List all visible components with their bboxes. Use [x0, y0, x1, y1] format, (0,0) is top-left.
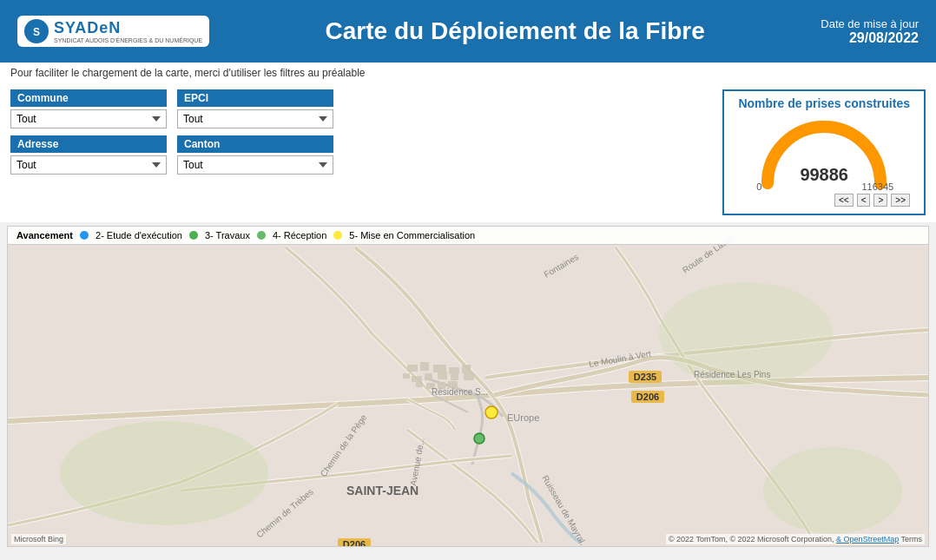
gauge-min: 0 — [756, 181, 761, 192]
svg-text:Résidence S...: Résidence S... — [432, 387, 488, 397]
svg-rect-10 — [462, 365, 471, 373]
svg-text:S: S — [33, 26, 40, 38]
filters-area: Commune Tout Adresse Tout EPCI Tout — [0, 84, 936, 222]
commune-filter: Commune Tout — [10, 89, 167, 128]
map-copyright: © 2022 TomTom, © 2022 Microsoft Corporat… — [666, 534, 925, 544]
svg-rect-15 — [451, 374, 458, 380]
map-svg: SAINT-JEAN LA COMMANDERIE D235 D206 D206… — [8, 227, 928, 546]
toolbar-info: Pour faciliter le chargement de la carte… — [0, 63, 936, 79]
adresse-select[interactable]: Tout — [10, 155, 167, 175]
logo-icon: S — [24, 19, 49, 43]
svg-point-5 — [763, 447, 902, 534]
gauge-title: Nombre de prises construites — [738, 96, 910, 110]
date-value: 29/08/2022 — [849, 30, 919, 46]
svg-rect-12 — [412, 376, 422, 382]
svg-point-27 — [485, 406, 498, 418]
legend-label: Avancement — [16, 230, 73, 240]
microsoft-bing: Microsoft Bing — [11, 534, 66, 544]
svg-rect-16 — [464, 372, 474, 380]
epci-select[interactable]: Tout — [177, 109, 333, 128]
svg-text:Résidence Les Pins: Résidence Les Pins — [694, 370, 770, 379]
canton-label: Canton — [177, 135, 333, 153]
legend-text-etude: 2- Etude d'exécution — [96, 230, 182, 240]
legend-dot-etude — [80, 231, 89, 240]
gauge-max: 116345 — [861, 181, 893, 192]
canton-filter: Canton Tout — [177, 135, 333, 175]
legend-text-commercialisation: 5- Mise en Commercialisation — [349, 230, 475, 240]
svg-rect-7 — [420, 362, 429, 371]
gauge-value: 99886 — [800, 165, 848, 185]
date-label: Date de mise à jour — [821, 17, 919, 30]
svg-rect-6 — [407, 365, 418, 372]
info-text: Pour faciliter le chargement de la carte… — [10, 67, 926, 79]
canton-select[interactable]: Tout — [177, 155, 333, 175]
svg-text:D235: D235 — [634, 372, 656, 382]
logo-area: S SYADeN SYNDICAT AUDOIS D'ÉNERGIES & DU… — [17, 16, 209, 48]
top-section: Pour faciliter le chargement de la carte… — [0, 63, 936, 222]
svg-rect-13 — [425, 373, 432, 380]
map-container[interactable]: Avancement 2- Etude d'exécution 3- Trava… — [7, 226, 929, 547]
legend-dot-reception — [257, 231, 266, 240]
svg-rect-9 — [449, 367, 459, 374]
svg-point-3 — [60, 421, 268, 525]
logo-text: SYADeN — [54, 19, 202, 37]
terms-link: Terms — [901, 535, 923, 544]
openstreetmap-link[interactable]: & OpenStreetMap — [836, 535, 899, 544]
svg-rect-14 — [438, 372, 447, 379]
next-next-button[interactable]: >> — [891, 194, 910, 207]
right-filters: EPCI Tout Canton Tout — [177, 89, 333, 175]
legend-dot-travaux — [189, 231, 198, 240]
svg-text:EUrope: EUrope — [507, 412, 539, 423]
adresse-filter: Adresse Tout — [10, 135, 167, 175]
svg-rect-11 — [403, 373, 410, 379]
legend-text-reception: 4- Réception — [273, 230, 326, 240]
svg-rect-17 — [416, 382, 423, 387]
svg-text:D206: D206 — [343, 539, 366, 546]
gauge-section: Nombre de prises construites 99886 0 116… — [722, 89, 926, 215]
gauge-container: 99886 0 116345 — [755, 114, 893, 192]
next-button[interactable]: > — [873, 194, 887, 207]
prev-prev-button[interactable]: << — [834, 194, 854, 207]
gauge-nav: << < > >> — [834, 194, 910, 207]
svg-point-28 — [474, 433, 484, 444]
legend-text-travaux: 3- Travaux — [205, 230, 250, 240]
map-legend: Avancement 2- Etude d'exécution 3- Trava… — [8, 227, 928, 245]
left-filters: Commune Tout Adresse Tout — [10, 89, 167, 175]
commune-select[interactable]: Tout — [10, 109, 167, 128]
prev-button[interactable]: < — [857, 194, 871, 207]
svg-rect-8 — [433, 365, 446, 372]
svg-text:D206: D206 — [636, 392, 659, 402]
epci-label: EPCI — [177, 89, 333, 107]
gauge-area: Nombre de prises construites 99886 0 116… — [722, 89, 926, 215]
map-place1: SAINT-JEAN — [346, 484, 419, 497]
commune-label: Commune — [10, 89, 167, 107]
legend-dot-commercialisation — [333, 231, 342, 240]
epci-filter: EPCI Tout — [177, 89, 333, 128]
logo-subtitle: SYNDICAT AUDOIS D'ÉNERGIES & DU NUMÉRIQU… — [54, 37, 202, 44]
date-area: Date de mise à jour 29/08/2022 — [821, 17, 919, 46]
adresse-label: Adresse — [10, 135, 167, 153]
page-title: Carte du Déploiement de la Fibre — [209, 17, 821, 45]
header: S SYADeN SYNDICAT AUDOIS D'ÉNERGIES & DU… — [0, 0, 936, 63]
copyright-text: © 2022 TomTom, © 2022 Microsoft Corporat… — [669, 535, 834, 544]
